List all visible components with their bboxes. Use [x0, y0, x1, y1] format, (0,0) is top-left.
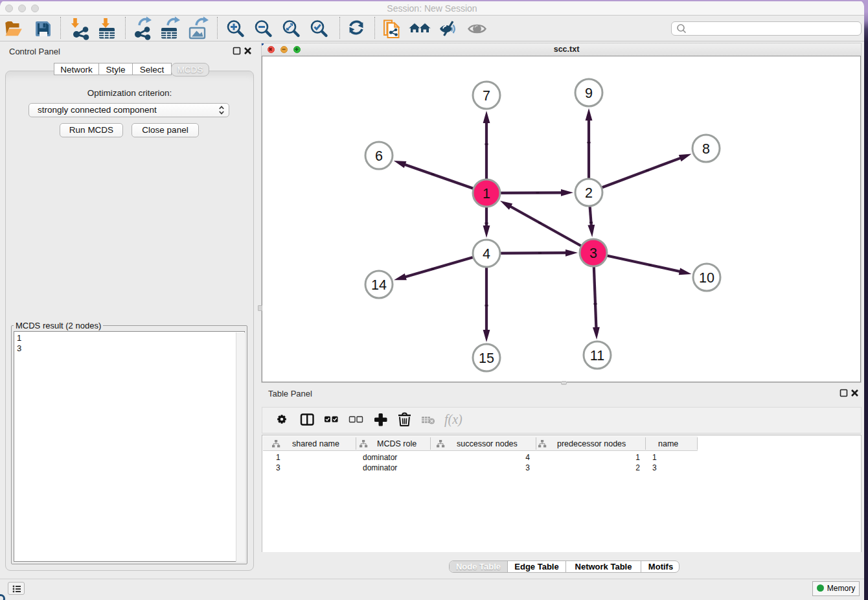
svg-text:3: 3	[589, 246, 597, 261]
svg-text:7: 7	[483, 88, 490, 104]
svg-text:8: 8	[702, 141, 710, 157]
svg-text:10: 10	[699, 270, 714, 286]
svg-text:1: 1	[483, 186, 490, 202]
svg-text:6: 6	[375, 148, 383, 164]
svg-text:2: 2	[585, 185, 593, 201]
svg-text:11: 11	[589, 348, 604, 363]
svg-text:14: 14	[371, 277, 387, 293]
svg-text:4: 4	[483, 246, 490, 262]
svg-text:9: 9	[585, 86, 593, 101]
svg-text:f(x): f(x)	[444, 412, 463, 427]
svg-text:15: 15	[479, 351, 494, 366]
